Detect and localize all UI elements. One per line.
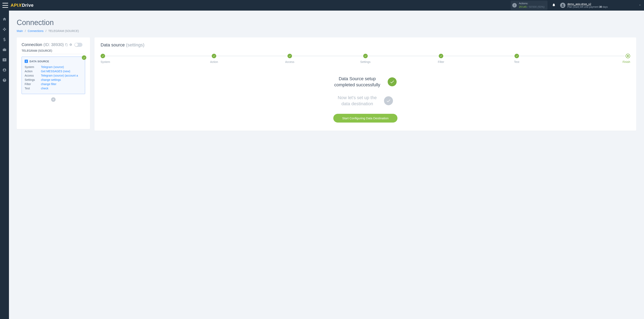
step-done-icon — [288, 54, 292, 58]
crumb-current: TELEGRAM (SOURCE) — [48, 29, 79, 32]
add-destination-button[interactable]: + — [51, 97, 56, 102]
nav-video-icon[interactable] — [2, 58, 7, 62]
wizard-step-system[interactable]: System — [100, 54, 176, 64]
expand-icon[interactable] — [638, 4, 642, 7]
page-title: Connection — [17, 18, 636, 27]
step-label: Settings — [360, 60, 370, 64]
crumb-main[interactable]: Main — [17, 29, 23, 32]
gear-icon[interactable] — [69, 43, 72, 46]
nav-briefcase-icon[interactable] — [2, 47, 7, 52]
ds-row: SystemTelegram (source) — [25, 65, 82, 69]
wizard-step-settings[interactable]: Settings — [328, 54, 403, 64]
nav-billing-icon[interactable] — [2, 37, 7, 42]
user-plan: Plan |Start| left until payment 30 days — [568, 6, 608, 8]
ds-row: AccessTelegram (source) (account a — [25, 74, 82, 78]
wizard-step-finish[interactable]: Finish — [554, 54, 630, 64]
success-line1: Data Source setup — [334, 76, 380, 82]
ds-complete-icon — [82, 55, 86, 60]
actions-counter[interactable]: i Actions: 25'145 / 50'000 (50%) — [511, 0, 547, 10]
copy-icon[interactable] — [65, 43, 68, 46]
ds-row: Settingschange settings — [25, 78, 82, 82]
ds-row-value-link[interactable]: Get MESSAGES (new) — [41, 69, 70, 74]
step-done-icon — [212, 54, 216, 58]
step-label: Access — [285, 60, 294, 64]
ds-row: Testcheck — [25, 86, 82, 90]
ds-row-value-link[interactable]: Telegram (source) — [41, 65, 64, 69]
step-done-icon — [363, 54, 368, 58]
wizard-step-access[interactable]: Access — [252, 54, 328, 64]
actions-pct: (50%) — [538, 5, 545, 8]
logo-text-api: API — [10, 3, 18, 8]
top-header: API X Drive i Actions: 25'145 / 50'000 (… — [0, 0, 644, 10]
ds-title: DATA SOURCE — [30, 60, 49, 63]
next-line1: Now let's set up the — [338, 95, 377, 101]
crumb-connections[interactable]: Connections — [28, 29, 44, 32]
ds-row-value-link[interactable]: change settings — [41, 78, 61, 82]
ds-row: Filterchange filter — [25, 82, 82, 86]
brand-logo[interactable]: API X Drive — [10, 3, 34, 8]
step-label: Finish — [622, 60, 630, 64]
ds-row-key: Action — [25, 69, 41, 74]
notifications-icon[interactable] — [552, 3, 556, 8]
step-label: System — [100, 60, 110, 64]
data-source-box[interactable]: 1 DATA SOURCE SystemTelegram (source)Act… — [22, 56, 85, 94]
avatar-icon — [560, 3, 566, 8]
next-line2: data destination — [338, 101, 377, 107]
ds-row-value-link[interactable]: check — [41, 86, 48, 90]
user-menu[interactable]: demo_apix-drive_s2 Plan |Start| left unt… — [560, 2, 608, 8]
wizard-title: Data source (settings) — [100, 42, 630, 48]
content-area: Connection Main / Connections / TELEGRAM… — [9, 0, 644, 139]
ds-row: ActionGet MESSAGES (new) — [25, 69, 82, 74]
connection-title-row: Connection (ID: 38930) — [22, 42, 85, 47]
step-label: Action — [210, 60, 218, 64]
nav-help-icon[interactable] — [2, 78, 7, 83]
side-nav — [0, 10, 9, 139]
ds-row-key: Test — [25, 86, 41, 90]
ds-row-key: System — [25, 65, 41, 69]
success-line2: completed successfully — [334, 82, 380, 88]
logo-text-drive: Drive — [22, 3, 34, 8]
breadcrumb: Main / Connections / TELEGRAM (SOURCE) — [17, 29, 636, 32]
wizard-steps: SystemActionAccessSettingsFilterTestFini… — [100, 54, 630, 64]
step-current-icon — [626, 54, 630, 58]
ds-row-value-link[interactable]: change filter — [41, 82, 56, 86]
step-done-icon — [514, 54, 519, 58]
logo-text-x: X — [18, 3, 22, 8]
step-done-icon — [439, 54, 443, 58]
checkmark-icon — [388, 77, 396, 86]
step-done-icon — [100, 54, 105, 58]
connection-title: Connection — [22, 42, 42, 47]
actions-used: 25'145 — [519, 5, 527, 8]
step-label: Test — [514, 60, 520, 64]
nav-account-icon[interactable] — [2, 68, 7, 72]
success-message: Data Source setup completed successfully — [100, 76, 630, 88]
wizard-step-test[interactable]: Test — [479, 54, 554, 64]
connection-subtitle: TELEGRAM (SOURCE) — [22, 47, 85, 54]
connection-toggle[interactable] — [74, 43, 82, 47]
info-icon: i — [512, 3, 517, 8]
pending-checkmark-icon — [384, 96, 393, 105]
menu-toggle-icon[interactable] — [2, 3, 8, 8]
wizard-card: Data source (settings) SystemActionAcces… — [94, 38, 636, 131]
ds-row-key: Access — [25, 74, 41, 78]
connection-id: (ID: 38930) — [43, 42, 64, 47]
ds-row-key: Filter — [25, 82, 41, 86]
wizard-step-action[interactable]: Action — [176, 54, 252, 64]
nav-connections-icon[interactable] — [2, 27, 7, 32]
actions-label: Actions: — [519, 2, 544, 5]
user-name: demo_apix-drive_s2 — [568, 2, 608, 6]
step-label: Filter — [438, 60, 444, 64]
actions-total: 50'000 — [529, 5, 537, 8]
ds-number-badge: 1 — [25, 60, 28, 63]
actions-sep: / — [527, 5, 528, 8]
ds-row-key: Settings — [25, 78, 41, 82]
next-step-message: Now let's set up the data destination — [100, 95, 630, 107]
connection-summary-card: Connection (ID: 38930) TELEGRAM (SOURCE)… — [17, 38, 90, 129]
nav-home-icon[interactable] — [2, 17, 7, 22]
ds-row-value-link[interactable]: Telegram (source) (account a — [41, 74, 78, 78]
wizard-step-filter[interactable]: Filter — [403, 54, 479, 64]
start-destination-button[interactable]: Start Configuring Data Destination — [333, 114, 398, 122]
